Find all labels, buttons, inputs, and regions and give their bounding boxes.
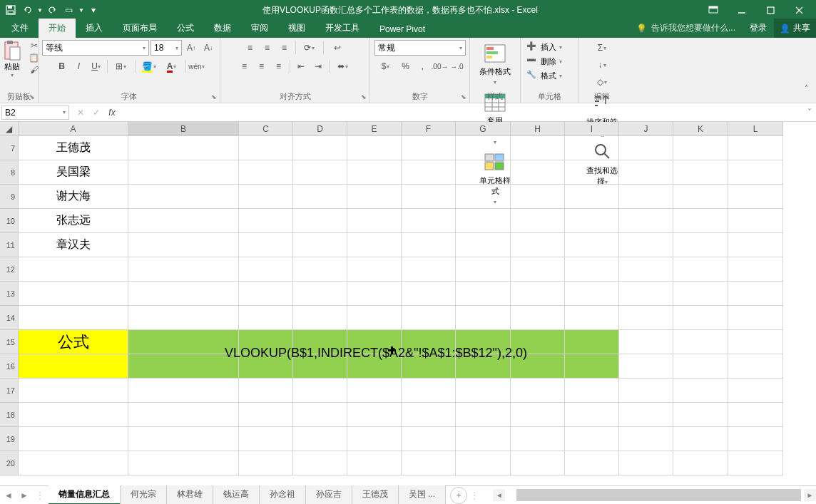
cell-K10[interactable] (673, 209, 728, 233)
cell-C18[interactable] (239, 403, 293, 427)
cell-F18[interactable] (402, 403, 456, 427)
minimize-icon[interactable] (728, 0, 756, 20)
increase-font-icon[interactable]: A↑ (183, 40, 199, 56)
cell-E11[interactable] (347, 233, 402, 257)
cell-E10[interactable] (347, 209, 402, 233)
font-size-combo[interactable]: 18▾ (151, 40, 182, 56)
cell-A19[interactable] (19, 427, 128, 451)
cell-B17[interactable] (128, 379, 239, 403)
cell-G17[interactable] (456, 379, 511, 403)
cell-K8[interactable] (673, 160, 728, 185)
number-launcher[interactable]: ⬊ (459, 93, 468, 101)
cell-B13[interactable] (128, 282, 239, 306)
align-bottom-icon[interactable]: ≡ (277, 40, 292, 56)
tell-me-search[interactable]: 💡告诉我您想要做什么... (629, 22, 743, 34)
cell-H18[interactable] (511, 403, 565, 427)
cell-D10[interactable] (293, 209, 347, 233)
row-header-7[interactable]: 7 (0, 136, 19, 160)
cell-D15[interactable] (293, 330, 347, 354)
font-color-icon[interactable]: A▾ (161, 58, 183, 74)
cell-G12[interactable] (456, 257, 511, 282)
cell-G10[interactable] (456, 209, 511, 233)
cell-L9[interactable] (728, 185, 783, 209)
sheet-tab[interactable]: 林君雄 (167, 485, 213, 504)
cell-I11[interactable] (565, 233, 619, 257)
cell-K9[interactable] (673, 185, 728, 209)
cell-H13[interactable] (511, 282, 565, 306)
cell-F19[interactable] (402, 427, 456, 451)
bold-icon[interactable]: B (54, 58, 70, 74)
align-right-icon[interactable]: ≡ (271, 58, 287, 74)
cell-F11[interactable] (402, 233, 456, 257)
cell-C17[interactable] (239, 379, 293, 403)
fx-icon[interactable]: fx (105, 106, 119, 120)
cell-H10[interactable] (511, 209, 565, 233)
cell-D18[interactable] (293, 403, 347, 427)
redo-icon[interactable] (44, 2, 60, 18)
comma-icon[interactable]: , (415, 58, 431, 74)
cell-L15[interactable] (728, 330, 783, 354)
autosum-icon[interactable]: Σ▾ (591, 40, 613, 56)
cell-J12[interactable] (619, 257, 673, 282)
cell-G13[interactable] (456, 282, 511, 306)
sheet-tab[interactable]: 何光宗 (121, 485, 167, 504)
cell-D12[interactable] (293, 257, 347, 282)
hscroll-track[interactable] (516, 489, 801, 501)
cell-B15[interactable] (128, 330, 239, 354)
cell-G16[interactable] (456, 354, 511, 379)
col-header-H[interactable]: H (511, 122, 565, 136)
maximize-icon[interactable] (756, 0, 785, 20)
cell-B20[interactable] (128, 451, 239, 475)
cell-L20[interactable] (728, 451, 783, 475)
cell-G14[interactable] (456, 306, 511, 330)
currency-icon[interactable]: $▾ (375, 58, 397, 74)
col-header-E[interactable]: E (347, 122, 402, 136)
italic-icon[interactable]: I (71, 58, 87, 74)
wrap-text-icon[interactable]: ↩ (327, 40, 348, 56)
cell-A20[interactable] (19, 451, 128, 475)
cell-F12[interactable] (402, 257, 456, 282)
number-format-combo[interactable]: 常规▾ (374, 40, 466, 56)
cell-J16[interactable] (619, 354, 673, 379)
cell-B8[interactable] (128, 160, 239, 185)
tab-data[interactable]: 数据 (204, 19, 241, 38)
share-button[interactable]: 👤共享 (774, 19, 816, 38)
formula-input[interactable] (123, 106, 803, 120)
tab-view[interactable]: 视图 (278, 19, 315, 38)
undo-icon[interactable] (20, 2, 36, 18)
align-center-icon[interactable]: ≡ (254, 58, 270, 74)
cell-B12[interactable] (128, 257, 239, 282)
cell-F10[interactable] (402, 209, 456, 233)
font-launcher[interactable]: ⬊ (210, 93, 218, 101)
row-header-9[interactable]: 9 (0, 185, 19, 209)
cell-E19[interactable] (347, 427, 402, 451)
cell-J14[interactable] (619, 306, 673, 330)
tab-developer[interactable]: 开发工具 (315, 19, 369, 38)
cell-J11[interactable] (619, 233, 673, 257)
cell-A8[interactable]: 吴国梁 (19, 160, 128, 185)
cell-K7[interactable] (673, 136, 728, 160)
cell-C14[interactable] (239, 306, 293, 330)
cell-J13[interactable] (619, 282, 673, 306)
cell-F13[interactable] (402, 282, 456, 306)
cell-I19[interactable] (565, 427, 619, 451)
cell-G11[interactable] (456, 233, 511, 257)
collapse-ribbon-icon[interactable]: ˄ (805, 84, 815, 94)
cell-L14[interactable] (728, 306, 783, 330)
cell-D7[interactable] (293, 136, 347, 160)
cell-H17[interactable] (511, 379, 565, 403)
cell-D20[interactable] (293, 451, 347, 475)
increase-indent-icon[interactable]: ⇥ (310, 58, 326, 74)
tab-formulas[interactable]: 公式 (167, 19, 204, 38)
underline-icon[interactable]: U▾ (88, 58, 104, 74)
cell-H20[interactable] (511, 451, 565, 475)
tab-home[interactable]: 开始 (39, 19, 76, 38)
cell-H15[interactable] (511, 330, 565, 354)
cell-E14[interactable] (347, 306, 402, 330)
cell-E7[interactable] (347, 136, 402, 160)
border-icon[interactable]: ⊞▾ (111, 58, 132, 74)
fill-color-icon[interactable]: 🪣▾ (138, 58, 160, 74)
row-header-19[interactable]: 19 (0, 427, 19, 451)
cell-G18[interactable] (456, 403, 511, 427)
paste-button[interactable]: 粘贴 ▾ (0, 40, 26, 78)
